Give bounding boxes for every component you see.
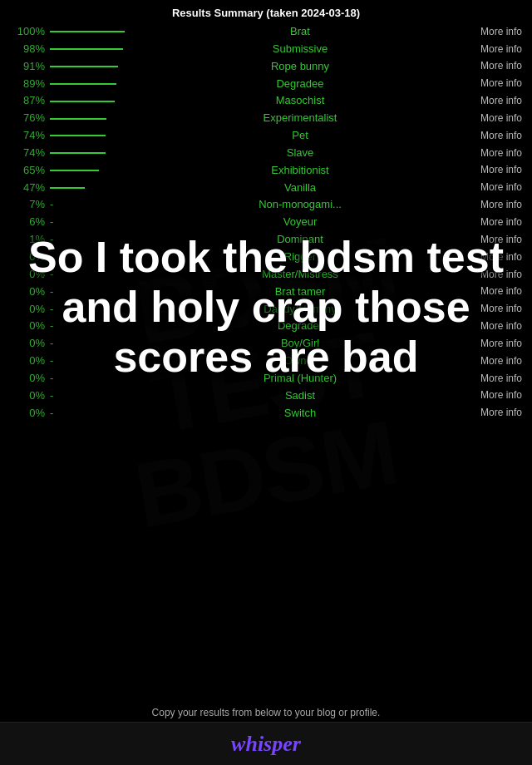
result-name: Slave xyxy=(136,146,464,161)
result-dash: - xyxy=(50,371,53,387)
result-more-info[interactable]: More info xyxy=(464,111,522,126)
result-name: Sadist xyxy=(136,388,464,404)
table-row: 65%ExhibitionistMore info xyxy=(10,163,522,179)
result-bar-area xyxy=(45,187,136,189)
result-more-info[interactable]: More info xyxy=(464,268,522,282)
result-name: Owner xyxy=(136,353,464,369)
result-bar-area xyxy=(45,118,136,120)
result-pct: 0% xyxy=(10,267,45,283)
result-bar-area xyxy=(45,48,136,50)
table-row: 1%-DominantMore info xyxy=(10,232,522,248)
result-pct: 6% xyxy=(10,215,45,230)
result-name: Primal (Hunter) xyxy=(136,371,464,387)
result-bar-area: - xyxy=(45,267,136,283)
result-more-info[interactable]: More info xyxy=(464,129,522,143)
table-row: 89%DegradeeMore info xyxy=(10,76,522,92)
table-row: 76%ExperimentalistMore info xyxy=(10,111,522,126)
result-more-info[interactable]: More info xyxy=(464,76,522,91)
result-more-info[interactable]: More info xyxy=(464,372,522,386)
result-bar-line xyxy=(50,187,85,189)
table-row: 0%-RiggerMore info xyxy=(10,249,522,265)
result-pct: 87% xyxy=(10,93,45,109)
table-row: 0%-OwnerMore info xyxy=(10,353,522,369)
result-bar-area: - xyxy=(45,371,136,387)
table-row: 0%-Daddy/MommyMore info xyxy=(10,302,522,318)
result-name: Brat xyxy=(136,24,464,40)
result-more-info[interactable]: More info xyxy=(464,302,522,316)
result-pct: 0% xyxy=(10,388,45,404)
result-bar-area: - xyxy=(45,302,136,318)
result-more-info[interactable]: More info xyxy=(464,163,522,177)
table-row: 47%VanillaMore info xyxy=(10,180,522,196)
result-dash: - xyxy=(50,249,53,265)
result-name: Rope bunny xyxy=(136,59,464,75)
result-bar-line xyxy=(50,118,106,120)
result-bar-area: - xyxy=(45,284,136,300)
result-more-info[interactable]: More info xyxy=(464,25,522,39)
result-name: Dominant xyxy=(136,232,464,248)
result-bar-area xyxy=(45,101,136,102)
footer-bar: whisper xyxy=(0,722,532,765)
result-name: Masochist xyxy=(136,93,464,109)
result-name: Submissive xyxy=(136,42,464,57)
result-more-info[interactable]: More info xyxy=(464,94,522,108)
result-bar-line xyxy=(50,66,118,67)
result-bar-area: - xyxy=(45,318,136,334)
result-bar-area: - xyxy=(45,249,136,265)
result-bar-area: - xyxy=(45,215,136,230)
table-row: 74%PetMore info xyxy=(10,128,522,144)
result-bar-area xyxy=(45,135,136,136)
table-row: 0%-DegraderMore info xyxy=(10,318,522,334)
result-pct: 76% xyxy=(10,111,45,126)
result-more-info[interactable]: More info xyxy=(464,284,522,299)
result-more-info[interactable]: More info xyxy=(464,180,522,195)
result-more-info[interactable]: More info xyxy=(464,337,522,351)
result-bar-area xyxy=(45,152,136,154)
result-pct: 74% xyxy=(10,128,45,144)
result-name: Experimentalist xyxy=(136,111,464,126)
result-pct: 89% xyxy=(10,76,45,92)
result-dash: - xyxy=(50,406,53,422)
result-pct: 0% xyxy=(10,336,45,352)
result-pct: 47% xyxy=(10,180,45,196)
result-more-info[interactable]: More info xyxy=(464,388,522,402)
result-more-info[interactable]: More info xyxy=(464,354,522,368)
table-row: 100%BratMore info xyxy=(10,24,522,40)
result-bar-area: - xyxy=(45,388,136,404)
result-pct: 65% xyxy=(10,163,45,179)
results-title: Results Summary (taken 2024-03-18) xyxy=(10,7,522,19)
result-more-info[interactable]: More info xyxy=(464,406,522,420)
result-name: Voyeur xyxy=(136,215,464,230)
result-name: Degrader xyxy=(136,318,464,334)
result-more-info[interactable]: More info xyxy=(464,146,522,160)
result-pct: 0% xyxy=(10,353,45,369)
result-dash: - xyxy=(50,336,53,352)
result-pct: 0% xyxy=(10,302,45,318)
result-bar-line xyxy=(50,135,106,136)
table-row: 98%SubmissiveMore info xyxy=(10,42,522,57)
result-bar-area xyxy=(45,170,136,171)
results-rows: 100%BratMore info98%SubmissiveMore info9… xyxy=(10,24,522,421)
table-row: 0%-SwitchMore info xyxy=(10,406,522,422)
result-pct: 98% xyxy=(10,42,45,57)
result-dash: - xyxy=(50,318,53,334)
table-row: 87%MasochistMore info xyxy=(10,93,522,109)
whisper-logo: whisper xyxy=(231,732,301,757)
result-more-info[interactable]: More info xyxy=(464,233,522,247)
result-bar-area xyxy=(45,83,136,85)
table-row: 74%SlaveMore info xyxy=(10,146,522,161)
result-dash: - xyxy=(50,197,53,213)
result-bar-area: - xyxy=(45,232,136,248)
result-more-info[interactable]: More info xyxy=(464,215,522,230)
result-more-info[interactable]: More info xyxy=(464,59,522,73)
result-more-info[interactable]: More info xyxy=(464,42,522,57)
result-name: Brat tamer xyxy=(136,284,464,300)
result-dash: - xyxy=(50,232,53,248)
table-row: 0%-Brat tamerMore info xyxy=(10,284,522,300)
result-more-info[interactable]: More info xyxy=(464,198,522,212)
result-bar-area: - xyxy=(45,336,136,352)
result-name: Master/Mistress xyxy=(136,267,464,283)
result-more-info[interactable]: More info xyxy=(464,319,522,333)
result-bar-line xyxy=(50,83,116,85)
result-more-info[interactable]: More info xyxy=(464,250,522,264)
